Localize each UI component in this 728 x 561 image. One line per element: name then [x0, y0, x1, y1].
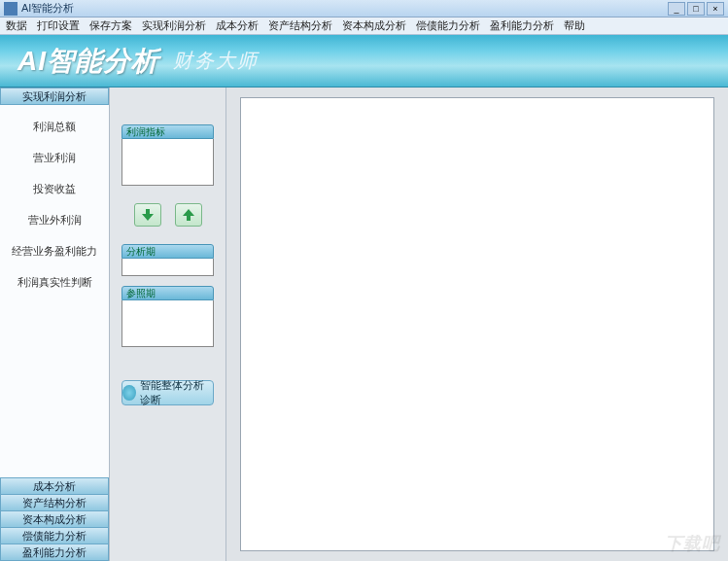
arrow-row: [121, 195, 214, 234]
banner: AI智能分析 财务大师: [0, 35, 728, 88]
accordion-header[interactable]: 盈利能力分析: [0, 543, 109, 561]
menu-item[interactable]: 成本分析: [216, 18, 259, 33]
arrow-down-button[interactable]: [134, 203, 161, 227]
menubar: 数据 打印设置 保存方案 实现利润分析 成本分析 资产结构分析 资本构成分析 偿…: [0, 18, 728, 35]
arrow-down-icon: [140, 207, 156, 223]
maximize-button[interactable]: □: [687, 2, 705, 16]
menu-item[interactable]: 实现利润分析: [142, 18, 206, 33]
reference-period-listbox[interactable]: [121, 300, 214, 347]
menu-item[interactable]: 盈利能力分析: [490, 18, 554, 33]
watermark: 下载吧: [665, 532, 720, 555]
analyze-button-label: 智能整体分析诊断: [140, 378, 213, 407]
sidebar-tree: 利润总额 营业利润 投资收益 营业外利润 经营业务盈利能力 利润真实性判断: [0, 105, 109, 478]
analyze-button[interactable]: 智能整体分析诊断: [121, 380, 214, 405]
titlebar: AI智能分析 _ □ ×: [0, 0, 728, 18]
menu-item[interactable]: 资产结构分析: [268, 18, 332, 33]
app-icon: [4, 2, 17, 16]
window-title: AI智能分析: [21, 1, 668, 16]
accordion-header-active[interactable]: 实现利润分析: [0, 88, 109, 105]
group-header-reference-period: 参照期: [121, 286, 214, 300]
sidebar: 实现利润分析 利润总额 营业利润 投资收益 营业外利润 经营业务盈利能力 利润真…: [0, 88, 110, 561]
tree-item[interactable]: 经营业务盈利能力: [0, 235, 109, 266]
arrow-up-icon: [181, 207, 196, 223]
menu-item[interactable]: 资本构成分析: [342, 18, 406, 33]
menu-item[interactable]: 偿债能力分析: [416, 18, 480, 33]
accordion-stack: 成本分析 资产结构分析 资本构成分析 偿债能力分析 盈利能力分析: [0, 478, 109, 561]
menu-item[interactable]: 数据: [6, 18, 27, 33]
indicators-listbox[interactable]: [121, 139, 214, 186]
tree-item[interactable]: 营业利润: [0, 142, 109, 173]
tree-item[interactable]: 利润总额: [0, 111, 109, 142]
tree-item[interactable]: 利润真实性判断: [0, 266, 109, 298]
analyze-icon: [122, 385, 136, 401]
accordion-header[interactable]: 偿债能力分析: [0, 527, 109, 544]
accordion-header[interactable]: 成本分析: [0, 477, 109, 495]
tree-item[interactable]: 投资收益: [0, 173, 109, 204]
close-button[interactable]: ×: [707, 2, 724, 16]
group-header-analysis-period: 分析期: [121, 244, 214, 259]
accordion-header[interactable]: 资产结构分析: [0, 494, 109, 511]
menu-item[interactable]: 保存方案: [89, 18, 132, 33]
arrow-up-button[interactable]: [175, 203, 202, 227]
report-canvas: [240, 97, 714, 551]
tree-item[interactable]: 营业外利润: [0, 204, 109, 235]
analysis-period-input[interactable]: [121, 259, 214, 276]
menu-item[interactable]: 帮助: [564, 18, 585, 33]
minimize-button[interactable]: _: [668, 2, 685, 16]
menu-item[interactable]: 打印设置: [37, 18, 80, 33]
workspace: 实现利润分析 利润总额 营业利润 投资收益 营业外利润 经营业务盈利能力 利润真…: [0, 88, 728, 561]
options-panel: 利润指标 分析期 参照期 智能整体分析诊断: [110, 88, 226, 561]
accordion-header[interactable]: 资本构成分析: [0, 510, 109, 528]
canvas-area: 下载吧: [226, 88, 728, 561]
group-header-indicators: 利润指标: [121, 124, 214, 139]
banner-subtitle: 财务大师: [173, 48, 259, 74]
banner-logo: AI智能分析: [17, 43, 159, 80]
